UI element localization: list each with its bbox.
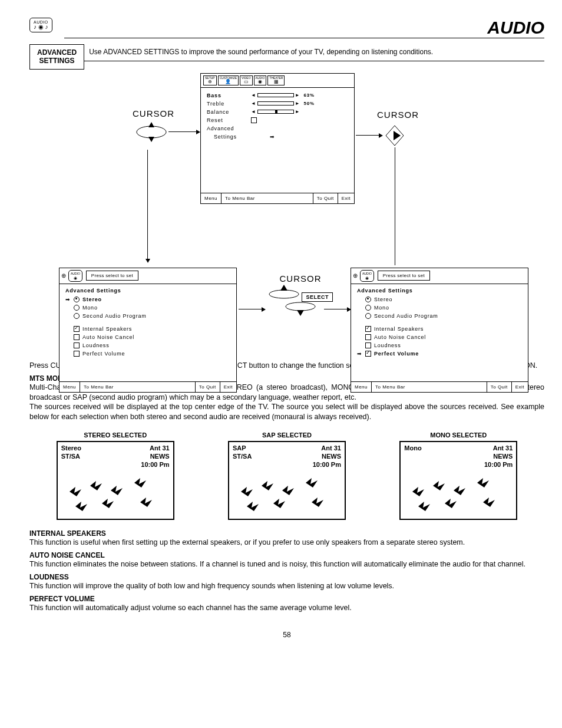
mode-examples: STEREO SELECTED Stereo ST/SA Ant 31 NEWS… <box>29 431 544 520</box>
tab-customize: CUSTOMIZE👤 <box>218 75 239 85</box>
tab-setup: SETUP⊕ <box>203 75 217 85</box>
mono-example: MONO SELECTED Mono Ant 31 NEWS 10:00 Pm <box>399 431 517 520</box>
svg-marker-1 <box>148 122 154 127</box>
svg-marker-7 <box>297 310 304 316</box>
tab-audio: AUDIO◉ <box>254 75 267 85</box>
adv-settings-screen-right: ⊕ AUDIO◉ Press select to set Advanced Se… <box>351 268 528 393</box>
svg-marker-3 <box>394 131 401 140</box>
diagram-area: SETUP⊕ CUSTOMIZE👤 VIDEO▭ AUDIO◉ THEATER▦… <box>29 73 544 356</box>
advanced-settings-box: ADVANCEDSETTINGS <box>29 44 84 70</box>
intro-text: Use ADVANCED SETTINGS to improve the sou… <box>84 44 544 61</box>
audio-header-icon: AUDIO ♪ ◉ ♪ <box>29 18 52 32</box>
loudness-body: This function will improve the quality o… <box>29 581 544 591</box>
cursor-updown-icon <box>135 120 167 144</box>
cursor-right-icon <box>383 124 406 149</box>
top-menu-screen: SETUP⊕ CUSTOMIZE👤 VIDEO▭ AUDIO◉ THEATER▦… <box>200 73 355 204</box>
svg-point-4 <box>269 290 299 298</box>
loudness-title: LOUDNESS <box>29 573 544 581</box>
pv-body: This function will automatically adjust … <box>29 603 544 613</box>
internal-speakers-body: This function is useful when first setti… <box>29 538 544 548</box>
internal-speakers-title: INTERNAL SPEAKERS <box>29 529 544 538</box>
page-number: 58 <box>29 631 544 639</box>
page-title: AUDIO <box>64 18 544 38</box>
flow-arrow-down <box>147 150 148 259</box>
tab-video: VIDEO▭ <box>240 75 253 85</box>
svg-marker-2 <box>148 137 154 142</box>
sap-example: SAP SELECTED SAP ST/SA Ant 31 NEWS 10:00… <box>228 431 346 520</box>
svg-point-0 <box>137 126 166 138</box>
svg-marker-5 <box>280 285 287 291</box>
anc-title: AUTO NOISE CANCEL <box>29 551 544 559</box>
cursor-select-block: CURSOR SELECT <box>265 274 336 319</box>
adv-settings-screen-left: ⊕ AUDIO◉ Press select to set Advanced Se… <box>59 268 237 393</box>
anc-body: This function eliminates the noise betwe… <box>29 559 544 569</box>
svg-point-6 <box>286 302 315 311</box>
stereo-example: STEREO SELECTED Stereo ST/SA Ant 31 NEWS… <box>57 431 174 520</box>
cursor-label-left: CURSOR <box>133 108 174 118</box>
pv-title: PERFECT VOLUME <box>29 595 544 603</box>
cursor-label-right: CURSOR <box>377 110 419 120</box>
tab-theater: THEATER▦ <box>267 75 285 85</box>
